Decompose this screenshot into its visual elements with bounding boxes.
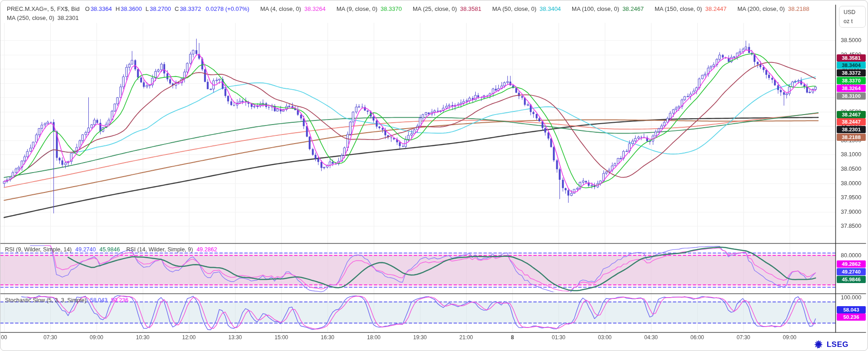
rsi-title-segment: 45.9846 [99, 246, 120, 253]
header-segment: O [85, 5, 90, 12]
time-label: 03:00 [598, 334, 612, 341]
stoch-badge: 50.236 [837, 313, 866, 321]
price-badge: 38.3404 [837, 62, 866, 69]
time-label: 18:00 [367, 334, 381, 341]
time-label: 15:00 [275, 334, 288, 341]
header-segment: 38.3581 [460, 5, 482, 12]
main-chart-panel[interactable] [0, 23, 835, 243]
time-label: 04:30 [644, 334, 658, 341]
time-label: 10:30 [136, 334, 149, 341]
time-label: 12:00 [182, 334, 196, 341]
header-segment: 0.0278 (+0.07%) [206, 5, 249, 12]
time-label: 8 [511, 334, 514, 341]
time-label: 09:00 [90, 334, 103, 341]
header-segment: 38.2188 [788, 5, 809, 12]
header-segment: C [175, 5, 179, 12]
rsi-title-segment: 49.2740 [75, 246, 96, 253]
price-tick-label: 38.1000 [841, 151, 861, 158]
time-label: 07:30 [43, 334, 57, 341]
rsi-title-segment: RSI (9, Wilder, Simple, 14) [5, 246, 72, 253]
rsi-badge: 49.2740 [837, 268, 866, 275]
price-badge: 38.2467 [837, 111, 866, 118]
time-label: 07:30 [737, 334, 750, 341]
unit-label: oz t [844, 18, 853, 24]
rsi-badge: 49.2862 [837, 260, 866, 268]
lseg-logo: LSEG [813, 339, 849, 350]
header-segment: 38.2467 [622, 5, 644, 12]
header-segment: MA (100, close, 0) [572, 5, 619, 12]
chart-header-line-2: MA (250, close, 0)38.2301 [7, 14, 79, 21]
price-tick-label: 38.0500 [841, 166, 861, 172]
rsi-title: RSI (9, Wilder, Simple, 14)49.274045.984… [5, 246, 217, 253]
header-segment: 38.3370 [381, 5, 402, 12]
time-label: 13:30 [228, 334, 242, 341]
header-segment: H [116, 5, 120, 12]
price-tick-label: 38.0000 [841, 180, 861, 187]
header-segment: MA (200, close, 0) [738, 5, 785, 12]
currency-label: USD [844, 9, 855, 15]
stochastic-title: Stochastic Slow (5, 3, 3, Simple)58.0435… [5, 297, 128, 303]
header-segment: 38.2700 [150, 5, 171, 12]
stoch-title-segment: 58.043 [90, 297, 107, 303]
time-label: 01:30 [552, 334, 565, 341]
header-segment: 38.3264 [304, 5, 326, 12]
unit-box: USD oz t [839, 6, 866, 28]
header-segment: MA (150, close, 0) [655, 5, 702, 12]
time-label: 09:00 [783, 334, 796, 341]
header-segment: MA (9, close, 0) [337, 5, 377, 12]
header-segment: 38.2447 [705, 5, 727, 12]
price-badge: 38.2447 [837, 118, 866, 125]
time-label: 00 [1, 334, 7, 341]
price-badge: 38.2301 [837, 126, 866, 133]
time-label: 19:30 [413, 334, 427, 341]
price-badge: 38.2188 [837, 134, 866, 141]
stoch-tick-label: 100.000 [841, 294, 861, 301]
rsi-tick-label: 80.0000 [841, 252, 861, 259]
price-badge: 38.3370 [837, 77, 866, 84]
header-segment: 38.3404 [540, 5, 561, 12]
time-label: 21:00 [459, 334, 473, 341]
rsi-title-segment: 49.2862 [197, 246, 217, 253]
rsi-badge: 45.9846 [837, 276, 866, 283]
header-segment: PREC.M.XAG=, 5, FX$, Bid [7, 5, 80, 12]
chart-header-line-1: PREC.M.XAG=, 5, FX$, BidO38.3364H38.3600… [7, 5, 809, 12]
time-label: 16:30 [321, 334, 334, 341]
price-badge: 38.3581 [837, 54, 866, 62]
price-tick-label: 37.8500 [841, 223, 861, 229]
header-segment: MA (25, close, 0) [413, 5, 457, 12]
header-segment: L [145, 5, 149, 12]
header-segment: 38.3600 [121, 5, 142, 12]
stoch-title-segment: Stochastic Slow (5, 3, 3, Simple) [5, 297, 87, 303]
header-segment: 38.3372 [180, 5, 201, 12]
stoch-title-segment: 50.236 [111, 297, 128, 303]
price-badge: 38.3100 [837, 92, 866, 100]
lseg-crest-icon [813, 339, 824, 350]
header-segment: MA (250, close, 0) [7, 14, 54, 21]
price-badge: 38.3264 [837, 85, 866, 92]
rsi-title-segment: RSI (14, Wilder, Simple, 9) [126, 246, 193, 253]
header-segment: 38.3364 [91, 5, 112, 12]
lseg-logo-text: LSEG [827, 340, 849, 349]
price-tick-label: 38.5000 [841, 37, 861, 43]
chart-widget: PREC.M.XAG=, 5, FX$, BidO38.3364H38.3600… [0, 0, 868, 351]
price-tick-label: 37.9500 [841, 194, 861, 201]
stoch-badge: 58.043 [837, 306, 866, 313]
header-segment: MA (50, close, 0) [492, 5, 537, 12]
price-badge: 38.3372 [837, 69, 866, 77]
price-tick-label: 37.9000 [841, 209, 861, 215]
time-label: 06:00 [690, 334, 704, 341]
header-segment: 38.2301 [58, 14, 79, 21]
header-segment: MA (4, close, 0) [260, 5, 301, 12]
